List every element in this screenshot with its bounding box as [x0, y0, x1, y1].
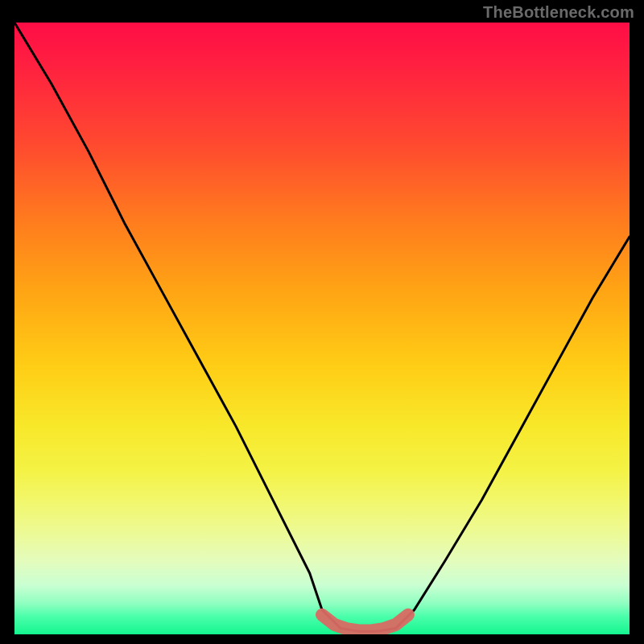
- plot-area: [14, 23, 630, 634]
- optimal-band: [322, 615, 408, 631]
- chart-frame: TheBottleneck.com: [0, 0, 644, 644]
- chart-svg: [14, 23, 630, 634]
- watermark-text: TheBottleneck.com: [483, 3, 634, 22]
- bottleneck-curve: [14, 23, 630, 631]
